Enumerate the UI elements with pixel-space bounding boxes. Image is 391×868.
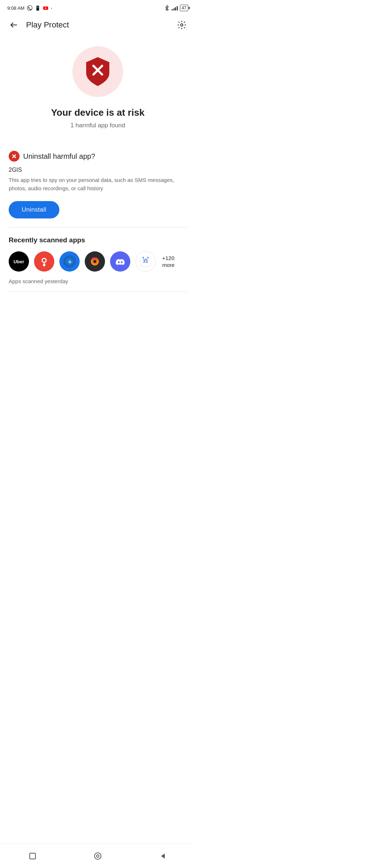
svg-text:●: ● [145,258,146,260]
svg-point-11 [43,259,46,262]
uninstall-button[interactable]: Uninstall [9,201,59,218]
svg-point-5 [181,24,183,26]
risk-title: Your device is at risk [51,107,144,118]
svg-point-16 [93,260,96,263]
app-icons-row: Uber [9,251,187,272]
bluetooth-icon [164,5,169,11]
app-icon-discord[interactable] [110,251,130,272]
svg-point-18 [121,261,123,263]
svg-text:📞: 📞 [28,6,32,10]
signal-icon [172,5,178,10]
shield-section: Your device is at risk 1 harmful app fou… [0,35,196,144]
youtube-icon [43,5,49,11]
scanned-title: Recently scanned apps [9,236,187,244]
app-icon-firefox[interactable] [85,251,105,272]
recently-scanned-section: Recently scanned apps Uber [0,227,196,292]
error-icon [9,151,20,162]
risk-subtitle: 1 harmful app found [70,122,125,129]
settings-button[interactable] [175,18,188,31]
status-bar: 9:08 AM 📞 📱 · 47 [0,0,196,14]
harmful-app-card: Uninstall harmful app? 2GIS This app tri… [0,144,196,227]
svg-text:📱: 📱 [35,5,41,11]
app-description: This app tries to spy on your personal d… [9,176,187,192]
battery-icon: 47 [180,5,188,11]
card-header: Uninstall harmful app? [9,151,187,162]
app-icon-uber[interactable]: Uber [9,251,29,272]
nav-bar: Play Protect [0,14,196,35]
back-button[interactable] [7,18,20,31]
app-icon-speedtest[interactable] [59,251,80,272]
status-right: 47 [164,5,188,11]
app-icon-calendar[interactable]: 31 ● [135,251,156,272]
app-icon-maps[interactable] [34,251,54,272]
viber-icon: 📞 [27,5,33,11]
status-time: 9:08 AM [7,5,25,11]
scanned-time: Apps scanned yesterday [9,278,187,284]
app-name: 2GIS [9,167,187,173]
uninstall-title: Uninstall harmful app? [23,152,95,161]
svg-point-17 [118,261,120,263]
phone-icon: 📱 [35,5,41,11]
page-title: Play Protect [20,20,175,30]
shield-circle [72,46,123,97]
more-count: +120more [162,255,175,269]
shield-danger-icon [83,56,112,88]
svg-rect-23 [147,257,148,259]
svg-rect-22 [143,257,144,259]
status-left: 9:08 AM 📞 📱 · [7,5,52,11]
battery-level: 47 [182,5,186,10]
notification-dot: · [51,5,52,11]
